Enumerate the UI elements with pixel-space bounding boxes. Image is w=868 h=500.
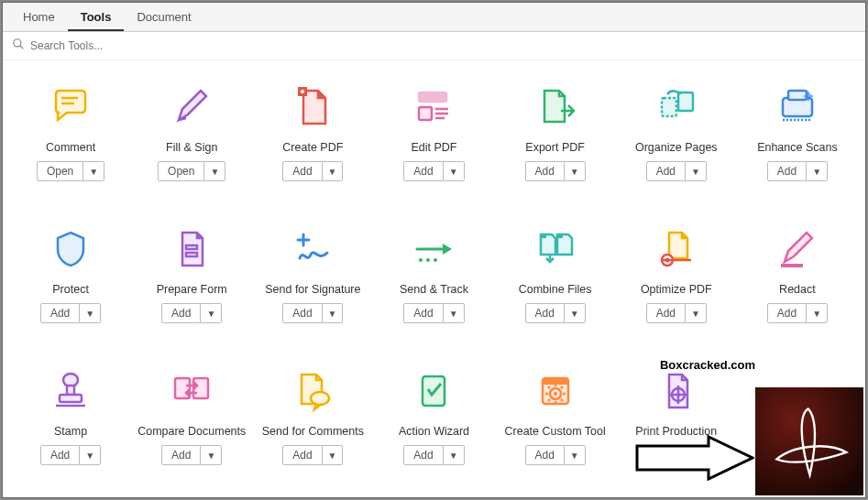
dropdown-button[interactable]: ▼ <box>807 303 828 323</box>
optimize-pdf-icon <box>649 223 704 276</box>
tool-action-group: Add▼ <box>525 303 586 323</box>
tool-create-custom-tool[interactable]: Create Custom ToolAdd▼ <box>495 361 616 497</box>
add-button[interactable]: Add <box>161 445 201 465</box>
tool-action-group: Add▼ <box>161 445 222 465</box>
add-button[interactable]: Add <box>282 445 322 465</box>
tool-send-for-comments[interactable]: Send for CommentsAdd▼ <box>252 361 373 497</box>
create-pdf-icon <box>285 81 340 134</box>
add-button[interactable]: Add <box>525 445 565 465</box>
tool-label: Export PDF <box>525 141 585 154</box>
dropdown-button[interactable]: ▼ <box>686 161 707 181</box>
add-button[interactable]: Add <box>767 161 807 181</box>
add-button[interactable]: Add <box>403 161 443 181</box>
tool-action-group: Open▼ <box>158 161 225 181</box>
tool-send-for-signature[interactable]: Send for SignatureAdd▼ <box>252 219 373 361</box>
action-wizard-icon <box>406 364 461 418</box>
add-button[interactable]: Add <box>40 445 80 465</box>
tool-action-group: Add▼ <box>282 161 343 181</box>
dropdown-button[interactable]: ▼ <box>323 445 344 465</box>
dropdown-button[interactable]: ▼ <box>83 161 104 181</box>
tool-export-pdf[interactable]: Export PDFAdd▼ <box>495 77 616 219</box>
tab-home[interactable]: Home <box>10 3 68 31</box>
dropdown-button[interactable]: ▼ <box>323 303 344 323</box>
fill-sign-icon <box>164 81 219 134</box>
tool-label: Combine Files <box>519 283 592 296</box>
tool-label: Create Custom Tool <box>505 425 606 438</box>
add-button[interactable]: Add <box>40 303 80 323</box>
tool-label: Fill & Sign <box>166 141 217 154</box>
stamp-icon <box>43 364 98 418</box>
dropdown-button[interactable]: ▼ <box>686 303 707 323</box>
dropdown-button[interactable]: ▼ <box>80 303 101 323</box>
dropdown-button[interactable]: ▼ <box>565 303 586 323</box>
tool-action-group: Add▼ <box>767 161 828 181</box>
tool-comment[interactable]: CommentOpen▼ <box>10 77 131 219</box>
tool-action-group: Add▼ <box>646 161 707 181</box>
dropdown-button[interactable]: ▼ <box>201 445 222 465</box>
dropdown-button[interactable]: ▼ <box>444 303 465 323</box>
svg-line-1 <box>20 46 24 49</box>
svg-point-0 <box>14 39 21 47</box>
tool-action-group: Add▼ <box>403 161 464 181</box>
add-button[interactable]: Add <box>646 161 686 181</box>
search-icon <box>12 38 25 54</box>
dropdown-button[interactable]: ▼ <box>444 445 465 465</box>
add-button[interactable]: Add <box>525 161 565 181</box>
edit-pdf-icon <box>406 81 461 134</box>
tool-action-wizard[interactable]: Action WizardAdd▼ <box>373 361 494 497</box>
acrobat-logo <box>755 387 863 495</box>
add-button[interactable]: Add <box>525 303 565 323</box>
svg-point-31 <box>665 258 669 263</box>
tab-document[interactable]: Document <box>124 3 203 31</box>
protect-icon <box>43 223 98 276</box>
add-button[interactable]: Add <box>403 445 443 465</box>
send-track-icon <box>406 223 461 276</box>
tool-prepare-form[interactable]: Prepare FormAdd▼ <box>131 219 252 361</box>
svg-rect-12 <box>662 98 676 116</box>
dropdown-button[interactable]: ▼ <box>80 445 101 465</box>
tool-fill-sign[interactable]: Fill & SignOpen▼ <box>131 77 252 219</box>
svg-rect-35 <box>60 395 82 402</box>
dropdown-button[interactable]: ▼ <box>565 161 586 181</box>
arrow-annotation <box>635 435 754 484</box>
svg-marker-23 <box>443 244 452 255</box>
add-button[interactable]: Add <box>403 303 443 323</box>
open-button[interactable]: Open <box>37 161 83 181</box>
tool-redact[interactable]: RedactAdd▼ <box>737 219 858 361</box>
tool-label: Send & Track <box>400 283 468 296</box>
create-custom-tool-icon <box>528 364 583 418</box>
tool-create-pdf[interactable]: Create PDFAdd▼ <box>252 77 373 219</box>
dropdown-button[interactable]: ▼ <box>323 161 344 181</box>
tool-enhance-scans[interactable]: Enhance ScansAdd▼ <box>737 77 858 219</box>
tool-send-track[interactable]: Send & TrackAdd▼ <box>373 219 494 361</box>
tool-combine-files[interactable]: Combine FilesAdd▼ <box>495 219 616 361</box>
tool-organize-pages[interactable]: Organize PagesAdd▼ <box>616 77 737 219</box>
tool-edit-pdf[interactable]: Edit PDFAdd▼ <box>373 77 494 219</box>
svg-rect-27 <box>541 234 546 238</box>
tool-action-group: Add▼ <box>525 161 586 181</box>
search-input[interactable] <box>30 39 856 52</box>
tool-compare-documents[interactable]: Compare DocumentsAdd▼ <box>131 361 252 497</box>
dropdown-button[interactable]: ▼ <box>807 161 828 181</box>
add-button[interactable]: Add <box>767 303 807 323</box>
add-button[interactable]: Add <box>282 161 322 181</box>
svg-rect-7 <box>419 92 446 102</box>
tool-action-group: Add▼ <box>767 303 828 323</box>
add-button[interactable]: Add <box>282 303 322 323</box>
combine-files-icon <box>528 223 583 276</box>
tab-tools[interactable]: Tools <box>68 3 125 31</box>
dropdown-button[interactable]: ▼ <box>565 445 586 465</box>
dropdown-button[interactable]: ▼ <box>444 161 465 181</box>
dropdown-button[interactable]: ▼ <box>201 303 222 323</box>
tool-stamp[interactable]: StampAdd▼ <box>10 361 131 497</box>
organize-pages-icon <box>649 81 704 134</box>
tool-protect[interactable]: ProtectAdd▼ <box>10 219 131 361</box>
tools-grid: CommentOpen▼Fill & SignOpen▼Create PDFAd… <box>3 60 865 497</box>
svg-point-25 <box>426 258 430 262</box>
tool-optimize-pdf[interactable]: Optimize PDFAdd▼ <box>616 219 737 361</box>
open-button[interactable]: Open <box>158 161 204 181</box>
add-button[interactable]: Add <box>161 303 201 323</box>
dropdown-button[interactable]: ▼ <box>204 161 225 181</box>
tool-label: Create PDF <box>282 141 343 154</box>
add-button[interactable]: Add <box>646 303 686 323</box>
